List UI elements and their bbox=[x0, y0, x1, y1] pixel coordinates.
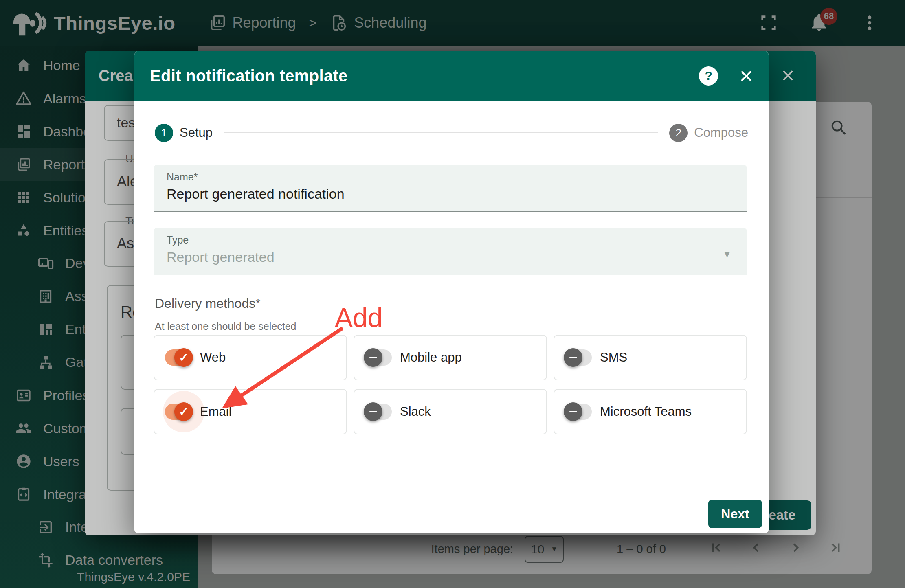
modal-footer: Next bbox=[134, 494, 769, 533]
check-icon: ✓ bbox=[174, 402, 193, 421]
delivery-card-email[interactable]: ✓Email bbox=[154, 389, 347, 434]
delivery-method-label: Slack bbox=[400, 404, 431, 419]
delivery-card-slack[interactable]: Slack bbox=[354, 389, 547, 434]
delivery-methods-subtitle: At least one should be selected bbox=[155, 320, 296, 332]
name-input[interactable]: Name* Report generated notification bbox=[154, 165, 747, 212]
annotation-add-text: Add bbox=[335, 302, 382, 333]
type-field-label: Type bbox=[167, 234, 189, 246]
delivery-card-microsoft-teams[interactable]: Microsoft Teams bbox=[554, 389, 747, 434]
step-label: Compose bbox=[694, 125, 748, 140]
email-toggle[interactable]: ✓ bbox=[165, 404, 192, 420]
delivery-method-label: Email bbox=[200, 404, 232, 419]
step-number: 1 bbox=[155, 124, 173, 142]
stepper-step-setup[interactable]: 1 Setup bbox=[155, 124, 213, 142]
web-toggle[interactable]: ✓ bbox=[165, 349, 192, 366]
slack-toggle[interactable] bbox=[365, 404, 392, 420]
delivery-card-web[interactable]: ✓Web bbox=[154, 335, 347, 380]
minus-icon bbox=[564, 348, 582, 367]
step-number: 2 bbox=[669, 124, 688, 142]
check-icon: ✓ bbox=[174, 348, 193, 367]
modal-close-button[interactable]: × bbox=[739, 64, 753, 88]
delivery-method-label: Web bbox=[200, 350, 226, 365]
mobile-app-toggle[interactable] bbox=[365, 349, 392, 366]
edit-notification-template-modal: Edit notification template ? × 1 Setup 2… bbox=[134, 51, 769, 533]
stepper-step-compose[interactable]: 2 Compose bbox=[669, 124, 748, 142]
delivery-methods-title: Delivery methods* bbox=[155, 296, 261, 311]
delivery-methods-grid: ✓WebMobile appSMS✓EmailSlackMicrosoft Te… bbox=[154, 335, 747, 434]
help-button[interactable]: ? bbox=[699, 66, 718, 86]
delivery-card-sms[interactable]: SMS bbox=[554, 335, 747, 380]
delivery-method-label: Microsoft Teams bbox=[600, 404, 692, 419]
name-field-value: Report generated notification bbox=[167, 186, 345, 202]
sms-toggle[interactable] bbox=[565, 349, 592, 366]
type-select[interactable]: Type Report generated ▼ bbox=[154, 228, 747, 275]
step-label: Setup bbox=[180, 125, 213, 140]
dropdown-arrow-icon: ▼ bbox=[723, 249, 731, 260]
minus-icon bbox=[364, 348, 382, 367]
delivery-card-mobile-app[interactable]: Mobile app bbox=[354, 335, 547, 380]
delivery-method-label: Mobile app bbox=[400, 350, 462, 365]
stepper-connector bbox=[224, 132, 658, 133]
screen: ThingsEye.io Reporting > Schedulin bbox=[0, 0, 905, 588]
modal-header: Edit notification template ? × bbox=[134, 51, 769, 101]
delivery-method-label: SMS bbox=[600, 350, 627, 365]
stepper: 1 Setup 2 Compose bbox=[155, 123, 748, 142]
name-field-label: Name* bbox=[167, 171, 198, 183]
minus-icon bbox=[564, 402, 582, 421]
type-field-value: Report generated bbox=[167, 249, 275, 265]
next-button[interactable]: Next bbox=[708, 500, 762, 528]
microsoft-teams-toggle[interactable] bbox=[565, 404, 592, 420]
modal-title: Edit notification template bbox=[150, 67, 699, 85]
minus-icon bbox=[364, 402, 382, 421]
